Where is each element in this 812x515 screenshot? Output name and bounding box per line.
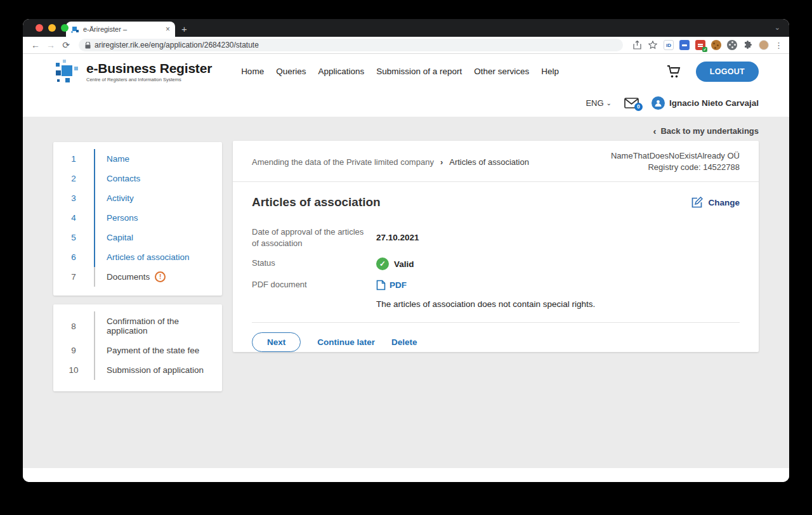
cart-icon[interactable] bbox=[667, 65, 682, 79]
cookie-extension-icon[interactable] bbox=[711, 40, 721, 50]
step-number: 2 bbox=[53, 174, 94, 183]
film-extension-icon[interactable] bbox=[727, 40, 737, 50]
sidebar-item-persons[interactable]: 4 Persons bbox=[53, 208, 222, 228]
next-button[interactable]: Next bbox=[252, 332, 301, 352]
close-window-button[interactable] bbox=[36, 24, 43, 32]
messages-button[interactable]: 0 bbox=[624, 98, 639, 108]
sidebar-item-articles-of-association[interactable]: 6 Articles of association bbox=[53, 247, 222, 267]
page-title: Articles of association bbox=[252, 195, 381, 209]
sidebar-item-documents[interactable]: 7 Documents ! bbox=[53, 267, 222, 287]
sidebar-item-capital[interactable]: 5 Capital bbox=[53, 228, 222, 247]
sidebar-item-contacts[interactable]: 2 Contacts bbox=[53, 169, 222, 188]
puzzle-extensions-icon[interactable] bbox=[743, 40, 753, 50]
back-link-label: Back to my undertakings bbox=[660, 126, 759, 136]
messages-count-badge: 0 bbox=[634, 103, 643, 111]
continue-later-link[interactable]: Continue later bbox=[317, 337, 375, 347]
back-to-undertakings-link[interactable]: ‹ Back to my undertakings bbox=[653, 126, 759, 136]
sidebar-item-name[interactable]: 1 Name bbox=[53, 149, 222, 169]
sidebar-item-payment[interactable]: 9 Payment of the state fee bbox=[53, 341, 222, 360]
language-selector[interactable]: ENG ⌄ bbox=[586, 98, 612, 108]
url-text: ariregister.rik.ee/eng/application/26842… bbox=[95, 41, 259, 49]
step-label: Contacts bbox=[94, 169, 222, 188]
adblock-extension-icon[interactable]: ✓ bbox=[695, 40, 705, 50]
breadcrumb-parent[interactable]: Amending the data of the Private limited… bbox=[252, 157, 434, 167]
main-panel: Amending the data of the Private limited… bbox=[233, 141, 759, 352]
language-label: ENG bbox=[586, 98, 603, 108]
field-status: Status ✓ Valid bbox=[252, 258, 740, 270]
nav-queries[interactable]: Queries bbox=[276, 67, 306, 76]
sidebar-item-submission[interactable]: 10 Submission of application bbox=[53, 360, 222, 380]
step-number: 7 bbox=[53, 272, 94, 282]
step-label: Payment of the state fee bbox=[94, 341, 222, 360]
field-label: Status bbox=[252, 258, 376, 270]
minimize-window-button[interactable] bbox=[48, 24, 56, 32]
window-footer bbox=[23, 468, 789, 482]
field-pdf-document: PDF document PDF bbox=[252, 279, 740, 290]
pdf-file-icon bbox=[376, 280, 386, 290]
back-button[interactable]: ← bbox=[29, 39, 42, 51]
browser-menu-icon[interactable]: ⋮ bbox=[775, 41, 783, 50]
new-tab-button[interactable]: + bbox=[181, 23, 187, 34]
nav-submission-of-report[interactable]: Submission of a report bbox=[376, 67, 462, 76]
id-extension-icon[interactable]: iD bbox=[664, 40, 674, 50]
step-label: Documents ! bbox=[94, 267, 222, 287]
browser-window: e-Äriregister – × + ⌄ ← → ⟳ ariregister.… bbox=[23, 19, 789, 482]
nav-help[interactable]: Help bbox=[541, 67, 559, 76]
browser-tab[interactable]: e-Äriregister – × bbox=[66, 22, 175, 37]
bookmark-star-icon[interactable] bbox=[648, 40, 658, 50]
step-label: Submission of application bbox=[94, 360, 222, 380]
field-label: Date of approval of the articles of asso… bbox=[252, 226, 376, 249]
change-button[interactable]: Change bbox=[691, 197, 740, 209]
zoom-window-button[interactable] bbox=[61, 24, 69, 32]
user-menu[interactable]: Ignacio Nieto Carvajal bbox=[652, 96, 759, 110]
pdf-link[interactable]: PDF bbox=[376, 279, 407, 290]
step-label: Capital bbox=[94, 228, 222, 247]
lock-icon bbox=[85, 42, 91, 49]
delete-link[interactable]: Delete bbox=[391, 337, 417, 347]
forward-button[interactable]: → bbox=[44, 39, 57, 51]
field-label: PDF document bbox=[252, 279, 376, 290]
step-label: Name bbox=[94, 149, 222, 169]
step-label: Articles of association bbox=[94, 247, 222, 267]
favicon bbox=[71, 25, 79, 34]
site-logo[interactable]: e-Business Register Centre of Registers … bbox=[56, 60, 212, 84]
logo-subtitle: Centre of Registers and Information Syst… bbox=[86, 77, 212, 82]
share-icon[interactable] bbox=[632, 40, 642, 50]
browser-tabstrip: e-Äriregister – × + ⌄ bbox=[23, 19, 789, 37]
nav-other-services[interactable]: Other services bbox=[474, 67, 529, 76]
step-label: Confirmation of the application bbox=[94, 311, 222, 341]
tab-search-chevron-icon[interactable]: ⌄ bbox=[775, 23, 780, 32]
change-button-label: Change bbox=[708, 198, 740, 207]
field-value: 27.10.2021 bbox=[376, 226, 419, 249]
step-number: 3 bbox=[53, 193, 94, 203]
user-band: ENG ⌄ 0 Ignacio Nieto Carvajal bbox=[23, 89, 789, 117]
step-number: 4 bbox=[53, 213, 94, 223]
breadcrumb: Amending the data of the Private limited… bbox=[252, 150, 529, 173]
url-bar[interactable]: ariregister.rik.ee/eng/application/26842… bbox=[79, 39, 623, 51]
reload-button[interactable]: ⟳ bbox=[60, 39, 72, 51]
zip-extension-icon[interactable] bbox=[679, 40, 690, 50]
window-controls bbox=[36, 24, 69, 32]
step-number: 5 bbox=[53, 233, 94, 242]
logo-title: e-Business Register bbox=[86, 61, 212, 76]
close-tab-icon[interactable]: × bbox=[166, 25, 170, 34]
sidebar-item-confirmation[interactable]: 8 Confirmation of the application bbox=[53, 311, 222, 341]
page-content: ‹ Back to my undertakings 1 Name 2 Conta… bbox=[23, 117, 789, 468]
status-value: Valid bbox=[394, 259, 414, 269]
nav-applications[interactable]: Applications bbox=[318, 67, 364, 76]
logout-button[interactable]: LOGOUT bbox=[696, 62, 759, 82]
nav-home[interactable]: Home bbox=[241, 67, 264, 76]
step-number: 6 bbox=[53, 252, 94, 262]
step-number: 10 bbox=[53, 365, 94, 375]
sidebar-item-activity[interactable]: 3 Activity bbox=[53, 188, 222, 208]
browser-profile-avatar[interactable] bbox=[759, 40, 769, 50]
site-header: e-Business Register Centre of Registers … bbox=[23, 54, 789, 89]
pdf-link-label: PDF bbox=[390, 280, 407, 290]
chevron-right-icon: › bbox=[440, 157, 443, 167]
tab-title: e-Äriregister – bbox=[83, 25, 162, 33]
steps-panel-secondary: 8 Confirmation of the application 9 Paym… bbox=[53, 304, 222, 391]
step-number: 9 bbox=[53, 346, 94, 355]
chevron-left-icon: ‹ bbox=[653, 126, 656, 136]
browser-toolbar: ← → ⟳ ariregister.rik.ee/eng/application… bbox=[23, 37, 789, 54]
special-rights-note: The articles of association does not con… bbox=[376, 299, 740, 309]
